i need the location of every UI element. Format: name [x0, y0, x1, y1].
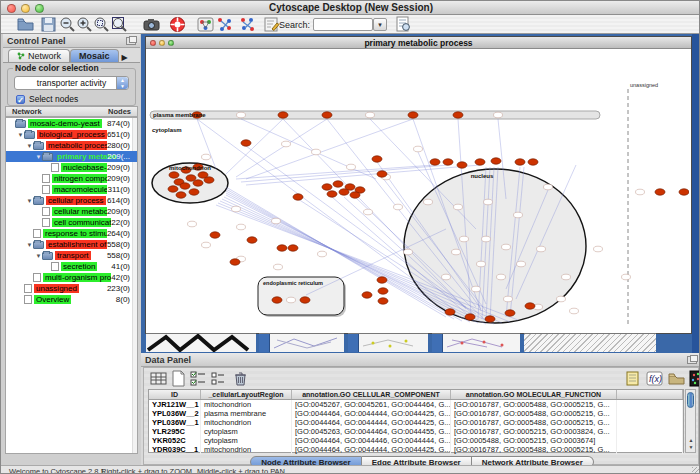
expander-icon[interactable]: ▼ — [35, 253, 42, 259]
network-node-highlighted[interactable] — [491, 158, 501, 164]
table-cell[interactable]: YPL036W__1 — [149, 418, 201, 427]
tree-row[interactable]: cell communicat22(0) — [6, 217, 137, 228]
table-cell[interactable]: mitochondrion — [201, 418, 292, 427]
network-node-highlighted[interactable] — [278, 112, 288, 118]
network-node-highlighted[interactable] — [247, 237, 257, 243]
network-node-highlighted[interactable] — [176, 192, 186, 198]
network-node-unhighlighted[interactable] — [272, 218, 281, 224]
network-node-unhighlighted[interactable] — [287, 297, 296, 303]
advanced-search-icon[interactable] — [395, 16, 412, 33]
network-node-highlighted[interactable] — [525, 303, 535, 309]
open-attributes-icon[interactable] — [668, 370, 685, 387]
col-molecular-function[interactable]: annotation.GO MOLECULAR_FUNCTION — [451, 390, 617, 399]
tab-mosaic[interactable]: Mosaic — [70, 49, 119, 62]
network-node-highlighted[interactable] — [443, 159, 453, 165]
network-node-unhighlighted[interactable] — [537, 246, 546, 252]
tree-row[interactable]: ▼biological_process651(0) — [6, 129, 137, 140]
expander-icon[interactable]: ▼ — [35, 154, 42, 160]
tree-row[interactable]: cellular metabo209(0) — [6, 206, 137, 217]
table-cell[interactable]: [GO:0044464, GO:0044446, GO:0044444, G..… — [292, 436, 451, 445]
table-cell[interactable]: YJR121W__1 — [149, 400, 201, 409]
tab-network[interactable]: Network — [8, 49, 70, 62]
network-node-highlighted[interactable] — [655, 189, 665, 195]
open-session-icon[interactable] — [17, 16, 34, 33]
table-cell[interactable]: [GO:0016787, GO:0005488, GO:0005215, G..… — [451, 400, 617, 409]
background-window-fragment[interactable] — [524, 333, 656, 352]
close-button[interactable] — [7, 4, 16, 13]
network-frame-titlebar[interactable]: primary metabolic process — [146, 37, 691, 49]
background-window-fragment[interactable] — [259, 333, 344, 352]
network-node-highlighted[interactable] — [505, 310, 515, 316]
network-node-unhighlighted[interactable] — [557, 296, 566, 302]
table-cell[interactable]: [GO:0016787, GO:0005488, GO:0005215, G..… — [451, 409, 617, 418]
network-node-highlighted[interactable] — [485, 316, 495, 322]
table-cell[interactable]: [GO:0045267, GO:0045261, GO:0044464, G..… — [292, 400, 451, 409]
col-cellular-component[interactable]: annotation.GO CELLULAR_COMPONENT — [292, 390, 451, 399]
annotation-icon[interactable] — [263, 16, 280, 33]
network-node-highlighted[interactable] — [372, 156, 382, 162]
float-panel-icon[interactable] — [126, 37, 136, 45]
function-builder-icon[interactable]: f(x) — [646, 370, 663, 387]
zoom-in-icon[interactable] — [76, 16, 93, 33]
network-node-unhighlighted[interactable] — [188, 221, 197, 227]
background-window-fragment[interactable] — [348, 333, 428, 352]
network-node-unhighlighted[interactable] — [622, 274, 631, 280]
network-node-unhighlighted[interactable] — [484, 199, 493, 205]
table-row[interactable]: YPL036W__1mitochondrion[GO:0044464, GO:0… — [149, 418, 683, 427]
background-window-fragment[interactable] — [432, 333, 520, 352]
network-node-unhighlighted[interactable] — [442, 274, 451, 280]
network-node-unhighlighted[interactable] — [274, 264, 283, 270]
matrix-icon[interactable] — [689, 370, 700, 387]
table-cell[interactable]: cytoplasm — [201, 436, 292, 445]
unselect-attributes-icon[interactable] — [210, 370, 227, 387]
network-node-highlighted[interactable] — [322, 112, 332, 118]
window-resize-grip[interactable] — [692, 467, 700, 474]
network-node-highlighted[interactable] — [475, 159, 485, 165]
tree-row[interactable]: mosaic-demo-yeast874(0) — [6, 118, 137, 129]
network-node-unhighlighted[interactable] — [482, 236, 491, 242]
table-cell[interactable]: [GO:0016787, GO:0005488, GO:0005215, G..… — [451, 418, 617, 427]
search-dropdown-arrow[interactable]: ▾ — [373, 18, 387, 31]
network-node-highlighted[interactable] — [378, 298, 388, 304]
table-vertical-scrollbar[interactable]: ▲▼ — [685, 389, 696, 453]
network-node-highlighted[interactable] — [189, 189, 199, 195]
network-node-highlighted[interactable] — [180, 183, 190, 189]
expander-icon[interactable]: ▼ — [26, 198, 33, 204]
table-cell[interactable]: mitochondrion — [201, 400, 292, 409]
network-node-highlighted[interactable] — [193, 180, 203, 186]
import-attributes-icon[interactable] — [624, 370, 641, 387]
network-node-highlighted[interactable] — [453, 112, 463, 118]
network-node-highlighted[interactable] — [241, 140, 251, 146]
zoom-window-button[interactable] — [35, 4, 44, 13]
tree-row[interactable]: nitrogen compo209(0) — [6, 173, 137, 184]
table-row[interactable]: YLR295Ccytoplasm[GO:0045263, GO:0044464,… — [149, 427, 683, 436]
network-node-highlighted[interactable] — [230, 259, 240, 265]
window-titlebar[interactable]: Cytoscape Desktop (New Session) — [1, 1, 700, 15]
float-panel-icon[interactable] — [687, 356, 697, 364]
tree-row[interactable]: ▼primary metabo209(... — [6, 151, 137, 162]
zoom-out-icon[interactable] — [59, 16, 76, 33]
network-node-highlighted[interactable] — [186, 175, 196, 181]
attribute-table[interactable]: ID _cellularLayoutRegion annotation.GO C… — [148, 389, 684, 453]
network-node-unhighlighted[interactable] — [514, 212, 523, 218]
network-node-unhighlighted[interactable] — [452, 249, 461, 255]
network-node-highlighted[interactable] — [445, 309, 455, 315]
table-cell[interactable]: plasma membrane — [201, 409, 292, 418]
network-node-unhighlighted[interactable] — [477, 261, 486, 267]
network-node-highlighted[interactable] — [362, 292, 372, 298]
tree-column-header[interactable]: Network Nodes — [5, 106, 138, 117]
network-node-highlighted[interactable] — [528, 159, 538, 165]
frame-zoom-button[interactable] — [168, 40, 174, 46]
tree-row[interactable]: macromolecule311(0) — [6, 184, 137, 195]
tree-row[interactable]: unassigned223(0) — [6, 283, 137, 294]
network-node-unhighlighted[interactable] — [347, 164, 356, 170]
col-id[interactable]: ID — [149, 390, 201, 399]
expander-icon[interactable]: ▼ — [26, 143, 33, 149]
network-node-highlighted[interactable] — [339, 189, 349, 195]
tree-row[interactable]: multi-organism pro42(0) — [6, 272, 137, 283]
expander-icon[interactable]: ▼ — [17, 132, 24, 138]
network-node-highlighted[interactable] — [333, 181, 343, 187]
network-node-highlighted[interactable] — [378, 288, 388, 294]
minimize-button[interactable] — [21, 4, 30, 13]
network-node-highlighted[interactable] — [168, 186, 178, 192]
